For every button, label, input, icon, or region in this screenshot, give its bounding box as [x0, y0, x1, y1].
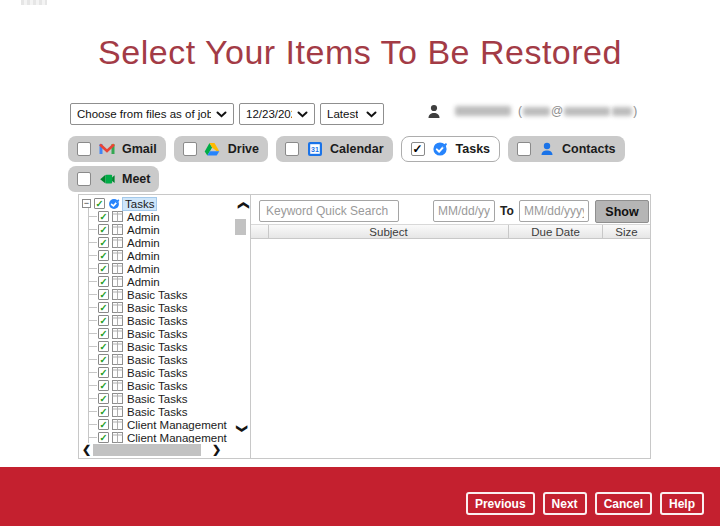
tree-root-tasks[interactable]: − ✓ Tasks [79, 197, 250, 210]
scroll-down-icon[interactable]: ❯ [237, 424, 248, 433]
tree-item-checkbox[interactable]: ✓ [98, 250, 109, 261]
tree-item[interactable]: ✓ Admin [79, 236, 250, 249]
tree-item[interactable]: ✓ Basic Tasks [79, 353, 250, 366]
tree-item[interactable]: ✓ Admin [79, 210, 250, 223]
tab-calendar[interactable]: 31 Calendar [276, 136, 393, 162]
tree-item-label: Basic Tasks [127, 393, 188, 405]
scroll-left-icon[interactable]: ❮ [82, 444, 91, 455]
tree-connector [89, 242, 97, 243]
previous-button[interactable]: Previous [466, 492, 535, 515]
date-from-input[interactable] [433, 200, 495, 222]
tree-item[interactable]: ✓ Basic Tasks [79, 405, 250, 418]
checkbox-mark: ✓ [100, 277, 108, 286]
show-button[interactable]: Show [595, 200, 649, 223]
tree-item-checkbox[interactable]: ✓ [98, 211, 109, 222]
at-sign: @ [551, 104, 563, 118]
job-select[interactable]: Choose from files as of job [70, 103, 234, 125]
tree-item[interactable]: ✓ Basic Tasks [79, 314, 250, 327]
gmail-checkbox[interactable] [77, 142, 91, 156]
tree-item-checkbox[interactable]: ✓ [98, 406, 109, 417]
tree-item-checkbox[interactable]: ✓ [98, 237, 109, 248]
tree-item[interactable]: ✓ Basic Tasks [79, 288, 250, 301]
tree-item-label: Basic Tasks [127, 406, 188, 418]
tree-item-checkbox[interactable]: ✓ [98, 224, 109, 235]
task-list-icon [112, 419, 123, 430]
tree-item-checkbox[interactable]: ✓ [98, 419, 109, 430]
svg-text:31: 31 [311, 146, 319, 153]
task-list-icon [112, 315, 123, 326]
tab-tasks[interactable]: ✓ Tasks [401, 136, 501, 162]
checkbox-mark: ✓ [100, 355, 108, 364]
restore-content-panel: − ✓ Tasks ✓ [78, 194, 651, 459]
chevron-down-icon [366, 111, 377, 118]
tree-root-checkbox[interactable]: ✓ [94, 198, 105, 209]
tree-connector [89, 307, 97, 308]
tree-item-checkbox[interactable]: ✓ [98, 354, 109, 365]
tree-item[interactable]: ✓ Basic Tasks [79, 340, 250, 353]
tree-connector [89, 255, 97, 256]
wizard-footer: Previous Next Cancel Help [0, 467, 720, 526]
tree-item[interactable]: ✓ Admin [79, 223, 250, 236]
tree-item-checkbox[interactable]: ✓ [98, 432, 109, 443]
tree-item-checkbox[interactable]: ✓ [98, 315, 109, 326]
tree-connector [89, 437, 97, 438]
blurred-logo [21, 0, 47, 5]
task-list-icon [112, 289, 123, 300]
redacted-email-domain [564, 107, 610, 116]
tree-item[interactable]: ✓ Admin [79, 275, 250, 288]
contacts-checkbox[interactable] [517, 142, 531, 156]
tree-connector [89, 281, 97, 282]
tree-item-checkbox[interactable]: ✓ [98, 276, 109, 287]
task-list-icon [112, 406, 123, 417]
tree-item[interactable]: ✓ Basic Tasks [79, 392, 250, 405]
checkbox-mark: ✓ [100, 342, 108, 351]
tree-item-checkbox[interactable]: ✓ [98, 289, 109, 300]
next-button[interactable]: Next [543, 492, 587, 515]
collapse-icon[interactable]: − [82, 199, 91, 208]
horizontal-scrollbar-thumb[interactable] [93, 444, 201, 456]
redacted-user-name [455, 106, 511, 116]
tab-drive[interactable]: Drive [174, 136, 268, 162]
tree-item-label: Basic Tasks [127, 289, 188, 301]
tree-item[interactable]: ✓ Basic Tasks [79, 379, 250, 392]
checkbox-mark: ✓ [100, 316, 108, 325]
tree-item-checkbox[interactable]: ✓ [98, 341, 109, 352]
redacted-email-tld [612, 107, 632, 116]
tree-item[interactable]: ✓ Basic Tasks [79, 301, 250, 314]
tree-item-checkbox[interactable]: ✓ [98, 302, 109, 313]
select-column-header [251, 225, 269, 238]
calendar-checkbox[interactable] [285, 142, 299, 156]
tree-item[interactable]: ✓ Client Management [79, 418, 250, 431]
vertical-scrollbar-thumb[interactable] [235, 219, 246, 235]
tree-item[interactable]: ✓ Admin [79, 262, 250, 275]
job-version-select[interactable]: Latest [320, 103, 384, 125]
drive-checkbox[interactable] [183, 142, 197, 156]
tree-item[interactable]: ✓ Admin [79, 249, 250, 262]
task-list-icon [112, 237, 123, 248]
tree-item-checkbox[interactable]: ✓ [98, 393, 109, 404]
tasks-tree: − ✓ Tasks ✓ [79, 195, 251, 458]
service-tabs: Gmail Drive 31 Calendar [68, 136, 625, 162]
tree-item-checkbox[interactable]: ✓ [98, 328, 109, 339]
cancel-button[interactable]: Cancel [595, 492, 652, 515]
tab-contacts[interactable]: Contacts [508, 136, 624, 162]
chevron-down-icon [297, 111, 308, 118]
tree-connector [89, 411, 97, 412]
scroll-up-icon[interactable]: ❯ [237, 201, 248, 210]
horizontal-scrollbar[interactable]: ❮ ❯ [80, 443, 250, 457]
tasks-checkbox[interactable]: ✓ [411, 142, 425, 156]
scroll-right-icon[interactable]: ❯ [212, 444, 221, 455]
help-button[interactable]: Help [660, 492, 704, 515]
tab-meet[interactable]: Meet [68, 166, 159, 192]
tab-gmail[interactable]: Gmail [68, 136, 166, 162]
tree-items: ✓ Admin ✓ [79, 210, 250, 457]
tree-item-checkbox[interactable]: ✓ [98, 367, 109, 378]
meet-checkbox[interactable] [77, 172, 91, 186]
tree-item-checkbox[interactable]: ✓ [98, 380, 109, 391]
date-to-input[interactable] [519, 200, 589, 222]
tree-item[interactable]: ✓ Basic Tasks [79, 366, 250, 379]
tree-item-checkbox[interactable]: ✓ [98, 263, 109, 274]
job-date-select[interactable]: 12/23/2025 [239, 103, 315, 125]
keyword-search-input[interactable] [259, 200, 399, 222]
tree-item[interactable]: ✓ Basic Tasks [79, 327, 250, 340]
